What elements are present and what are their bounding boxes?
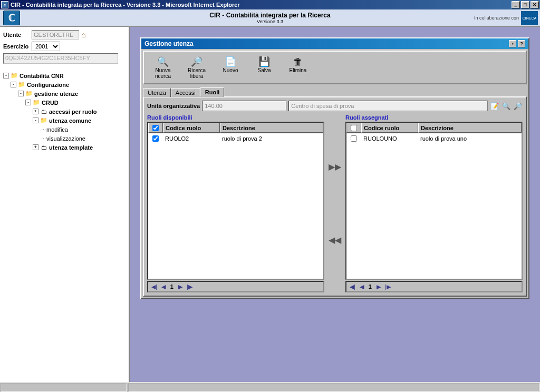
elimina-button[interactable]: 🗑Elimina — [281, 55, 315, 80]
app-header: ℂ CIR - Contabilità integrata per la Ric… — [0, 9, 540, 27]
collapse-icon[interactable]: - — [3, 73, 9, 79]
collapse-icon[interactable]: - — [33, 117, 38, 123]
row-desc: ruolo di prova 2 — [220, 134, 323, 143]
folder-icon: 📁 — [40, 117, 47, 124]
collapse-icon[interactable]: - — [25, 100, 31, 105]
partner-logo: CINECA — [521, 11, 538, 25]
folder-icon: 📁 — [25, 91, 33, 97]
salva-button[interactable]: 💾Salva — [247, 55, 281, 80]
toolbar: 🔍Nuovaricerca🔎Ricercalibera📄Nuovo💾Salva🗑… — [143, 51, 527, 84]
add-button[interactable]: ▶▶ — [327, 162, 342, 172]
folder-icon: 🗀 — [40, 109, 47, 115]
app-logo-icon: ℂ — [3, 11, 20, 25]
year-label: Esercizio — [3, 43, 30, 50]
available-header-desc[interactable]: Descrizione — [220, 123, 323, 133]
collapse-icon[interactable]: - — [11, 82, 16, 87]
pager-prev-button[interactable]: ◀ — [160, 283, 167, 290]
pager-first-button[interactable]: ◀| — [150, 283, 158, 290]
pager-next-button[interactable]: ▶ — [375, 283, 382, 290]
tree-label[interactable]: utenza comune — [49, 117, 91, 124]
tab-ruoli[interactable]: Ruoli — [200, 87, 225, 97]
tree-label[interactable]: Contabilita CNR — [20, 73, 64, 79]
tree-label[interactable]: Configurazione — [27, 82, 69, 88]
ricerca-libera-button[interactable]: 🔎Ricercalibera — [180, 55, 214, 80]
tree-label[interactable]: visualizzazione — [46, 135, 85, 142]
pager-last-button[interactable]: |▶ — [186, 283, 194, 290]
tree-node[interactable]: -📁Configurazione — [3, 80, 126, 89]
tab-utenza[interactable]: Utenza — [143, 88, 171, 97]
row-code: RUOLOUNO — [361, 134, 418, 143]
tree-node[interactable]: -📁gestione utenze — [3, 89, 126, 98]
row-code: RUOLO2 — [163, 134, 220, 143]
tree-label[interactable]: modifica — [46, 126, 68, 133]
app-subtitle: Versione 3.3 — [0, 19, 540, 24]
row-desc: ruolo di prova uno — [418, 134, 522, 143]
assigned-pager: ◀| ◀ 1 ▶ |▶ — [345, 281, 523, 292]
license-field: 0QEX42ZU54G2C1ER35HC5FY — [3, 53, 118, 64]
available-title: Ruoli disponibili — [147, 114, 324, 121]
sidebar: Utente ⌂ Esercizio 2001 0QEX42ZU54G2C1ER… — [0, 27, 130, 382]
expand-icon[interactable]: + — [33, 144, 38, 150]
pager-first-button[interactable]: ◀| — [349, 283, 356, 290]
table-row[interactable]: RUOLO2ruolo di prova 2 — [148, 133, 323, 144]
nuova-ricerca-button[interactable]: 🔍Nuovaricerca — [146, 55, 180, 80]
pager-prev-button[interactable]: ◀ — [359, 283, 365, 290]
assigned-list: Codice ruolo Descrizione RUOLOUNOruolo d… — [345, 122, 523, 280]
row-checkbox[interactable] — [152, 135, 159, 142]
available-header-code[interactable]: Codice ruolo — [163, 123, 220, 133]
unit-search-icon[interactable]: 🔍 — [502, 101, 511, 111]
panel-help-button[interactable]: ? — [518, 40, 525, 47]
year-select[interactable]: 2001 — [32, 42, 60, 51]
tree-node[interactable]: ⋯visualizzazione — [3, 134, 126, 143]
available-list: Codice ruolo Descrizione RUOLO2ruolo di … — [147, 122, 324, 280]
assigned-header-desc[interactable]: Descrizione — [418, 123, 522, 133]
tree-node[interactable]: ⋯modifica — [3, 125, 126, 134]
nuovo-button[interactable]: 📄Nuovo — [214, 55, 247, 80]
table-row[interactable]: RUOLOUNOruolo di prova uno — [346, 133, 522, 144]
collapse-icon[interactable]: - — [18, 91, 24, 96]
tree-label[interactable]: accessi per ruolo — [49, 109, 97, 115]
assigned-title: Ruoli assegnati — [345, 114, 523, 121]
panel-gestione-utenza: Gestione utenza ▫ ? 🔍Nuovaricerca🔎Ricerc… — [140, 37, 529, 299]
unit-browse-icon[interactable]: 🔎 — [513, 101, 523, 111]
window-titlebar: e CIR - Contabilità integrata per la Ric… — [0, 0, 540, 9]
statusbar — [0, 382, 540, 392]
tree-node[interactable]: +🗀utenza template — [3, 143, 126, 152]
available-pager: ◀| ◀ 1 ▶ |▶ — [147, 281, 324, 292]
tab-accessi[interactable]: Accessi — [171, 88, 200, 97]
tree-node[interactable]: -📁CRUD — [3, 98, 126, 107]
panel-title: Gestione utenza — [144, 40, 194, 47]
row-checkbox[interactable] — [351, 135, 357, 142]
tree-label[interactable]: gestione utenze — [34, 91, 78, 97]
assigned-header-check[interactable] — [346, 123, 361, 133]
folder-icon: 📁 — [33, 100, 40, 106]
expand-icon[interactable]: + — [33, 109, 38, 114]
assigned-header-code[interactable]: Codice ruolo — [361, 123, 418, 133]
remove-button[interactable]: ◀◀ — [327, 235, 342, 245]
unit-code-field[interactable] — [202, 101, 286, 111]
tree-node[interactable]: +🗀accessi per ruolo — [3, 107, 126, 116]
home-icon[interactable]: ⌂ — [81, 31, 90, 39]
pager-page: 1 — [367, 283, 373, 290]
folder-icon: 📁 — [18, 82, 25, 88]
collab-label: In collaborazione con — [474, 15, 519, 21]
tree-label[interactable]: utenza template — [49, 144, 93, 151]
app-title: CIR - Contabilità integrata per la Ricer… — [0, 12, 540, 19]
pager-next-button[interactable]: ▶ — [177, 283, 184, 290]
pager-last-button[interactable]: |▶ — [384, 283, 392, 290]
minimize-button[interactable]: _ — [512, 1, 520, 8]
panel-pin-button[interactable]: ▫ — [509, 40, 516, 47]
maximize-button[interactable]: □ — [521, 1, 529, 8]
unit-desc-field[interactable] — [288, 101, 488, 111]
tree-node[interactable]: -📁Contabilita CNR — [3, 71, 126, 80]
elimina-icon: 🗑 — [282, 56, 314, 67]
user-field[interactable] — [32, 30, 79, 40]
nav-tree: -📁Contabilita CNR-📁Configurazione-📁gesti… — [3, 71, 126, 152]
close-button[interactable]: ✕ — [531, 1, 539, 8]
unit-edit-icon[interactable]: 📝 — [490, 101, 499, 111]
tab-content-ruoli: Unità organizzativa 📝 🔍 🔎 Ruoli disponib… — [143, 96, 527, 297]
salva-icon: 💾 — [248, 56, 280, 67]
available-header-check[interactable] — [148, 123, 163, 133]
tree-label[interactable]: CRUD — [42, 100, 59, 106]
tree-node[interactable]: -📁utenza comune — [3, 116, 126, 125]
